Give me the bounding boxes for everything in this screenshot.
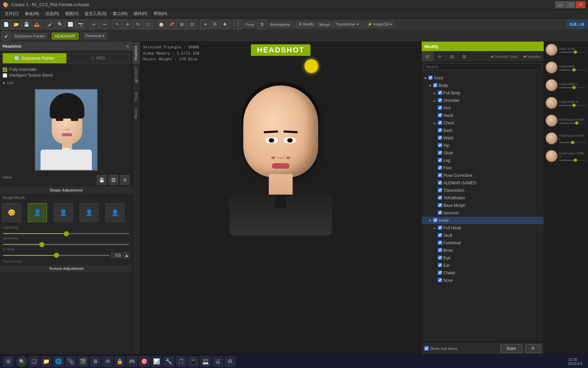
tb-save[interactable]: 💾 xyxy=(22,20,31,29)
taskbar-edge[interactable]: 🌐 xyxy=(53,356,64,367)
modify-tab-edit[interactable]: ✏ xyxy=(434,51,446,62)
tree-item-basemorph[interactable]: ▶ Base Morph xyxy=(422,202,544,209)
tb-light[interactable]: ✦ xyxy=(200,20,210,29)
headwidthr-handle[interactable] xyxy=(572,104,576,107)
tokomotion-arrow[interactable]: ▶ xyxy=(432,188,437,193)
fullhead-arrow[interactable]: ▶ xyxy=(432,226,437,230)
hip-arrow[interactable]: ▶ xyxy=(432,143,437,148)
tree-item-nose[interactable]: ▶ Nose xyxy=(422,277,544,284)
mode-auto-button[interactable]: 🔄 Substance Painter xyxy=(3,53,66,63)
tb-pose-label[interactable]: Pose xyxy=(243,21,257,28)
arm-arrow[interactable]: ▶ xyxy=(432,106,437,110)
taskbar-app1[interactable]: 📎 xyxy=(65,356,76,367)
ny-body-slider[interactable] xyxy=(3,255,110,256)
tb-export[interactable]: 📤 xyxy=(32,20,42,29)
headupperwidth-handle[interactable] xyxy=(575,121,578,125)
ny-body-value[interactable] xyxy=(111,253,122,258)
vtab-jijing[interactable]: 拾景 xyxy=(133,82,140,89)
tree-item-shoulder[interactable]: ▶ Shoulder xyxy=(422,97,544,104)
taskbar-app9[interactable]: 🔧 xyxy=(163,356,174,367)
taskbar-app10[interactable]: 🎵 xyxy=(176,356,186,367)
mode-pro-button[interactable]: ⬡ PRO xyxy=(66,53,130,63)
photo-gallery-button[interactable]: 🖼 xyxy=(109,175,118,185)
tb-tool2[interactable]: 🔍 xyxy=(55,20,65,29)
brow-check[interactable] xyxy=(438,248,443,253)
taskbar-taskview[interactable]: ❑ xyxy=(29,356,39,367)
actor-check[interactable] xyxy=(428,76,433,80)
taskbar-app13[interactable]: 🖨 xyxy=(212,356,223,367)
taskbar-start[interactable]: ⊞ xyxy=(3,356,14,367)
ear-check[interactable] xyxy=(438,263,443,268)
forehead-arrow[interactable]: ▶ xyxy=(432,241,437,245)
menu-window[interactable]: 窗口(W) xyxy=(110,10,130,18)
tb-star[interactable]: ✸ xyxy=(220,20,229,29)
tree-item-posecorrective[interactable]: ▶ Pose Corrective xyxy=(422,172,544,179)
tree-item-hand[interactable]: ▶ Hand xyxy=(422,112,544,119)
tb-tool3[interactable]: ⬜ xyxy=(66,20,75,29)
taskbar-app5[interactable]: 🔒 xyxy=(114,356,125,367)
modify-tab-settings[interactable]: ⚙ xyxy=(422,51,434,62)
tb-tool4[interactable]: 📷 xyxy=(76,20,85,29)
global-slider[interactable] xyxy=(3,233,130,234)
intelligent-blend-checkbox[interactable] xyxy=(3,73,7,78)
taskbar-app4[interactable]: ✉ xyxy=(102,356,113,367)
left-panel-close[interactable]: ✕ xyxy=(126,44,130,49)
waist-arrow[interactable]: ▶ xyxy=(432,136,437,140)
tb-rotate[interactable]: ↻ xyxy=(133,20,143,29)
alemargames-arrow[interactable]: ▶ xyxy=(432,181,437,185)
taskbar-app7[interactable]: 🎯 xyxy=(139,356,150,367)
tb-quality[interactable]: 髙 xyxy=(211,21,219,28)
brow-arrow[interactable]: ▶ xyxy=(432,248,437,253)
tree-item-tokomotion[interactable]: ▶ Tokomotion xyxy=(422,187,544,194)
tb-substancepainter[interactable]: 🖌 xyxy=(45,20,55,29)
basemorph-arrow[interactable]: ▶ xyxy=(432,203,437,208)
chest-arrow[interactable]: ▶ xyxy=(432,121,437,125)
fully-automatic-checkbox[interactable] xyxy=(3,67,7,72)
general-area-slider[interactable] xyxy=(3,244,130,245)
tb-select[interactable]: ↖ xyxy=(113,20,122,29)
tb-atmos-label[interactable]: Atmosphere xyxy=(267,21,292,28)
tree-item-glute[interactable]: ▶ Glute xyxy=(422,149,544,157)
tree-item-actor[interactable]: ▼ Actor xyxy=(422,74,544,82)
headupperwidthr-handle[interactable] xyxy=(574,158,577,162)
search-input[interactable] xyxy=(424,63,542,70)
back-check[interactable] xyxy=(438,128,443,133)
morph-thumb-2[interactable]: 👤 xyxy=(28,203,47,222)
taskbar-app11[interactable]: 📱 xyxy=(188,356,199,367)
skull-check[interactable] xyxy=(438,233,443,238)
morph-thumb-4[interactable]: 👤 xyxy=(80,203,99,222)
tree-item-body[interactable]: ▼ Body xyxy=(422,82,544,89)
show-sub-checkbox[interactable] xyxy=(424,346,429,351)
tb-transformer-label[interactable]: Transformer ▾ xyxy=(333,21,361,28)
actor-arrow[interactable]: ▼ xyxy=(423,76,428,80)
iasmovic-check[interactable] xyxy=(438,211,443,215)
tree-item-brow[interactable]: ▶ Brow xyxy=(422,247,544,254)
tree-item-fullhead[interactable]: ▶ Full Head xyxy=(422,224,544,232)
tree-item-eye[interactable]: ▶ Eye xyxy=(422,254,544,262)
menu-view[interactable]: 视图(V) xyxy=(62,10,81,18)
tb-cam2[interactable]: ⊞ xyxy=(177,20,186,29)
nose-arrow[interactable]: ▶ xyxy=(432,278,437,283)
tb2-photoreal[interactable]: Photoreal ▾ xyxy=(83,33,107,39)
tree-item-back[interactable]: ▶ Back xyxy=(422,127,544,134)
tb-modify-label[interactable]: ⚙ Modify xyxy=(296,21,316,28)
headscale-handle[interactable] xyxy=(574,50,577,54)
tb-home[interactable]: 🏠 xyxy=(157,20,166,29)
morph-thumb-5[interactable]: 👤 xyxy=(105,203,125,222)
alemargames-check[interactable] xyxy=(438,181,443,185)
taskbar-app2[interactable]: 🎬 xyxy=(78,356,88,367)
nose-check[interactable] xyxy=(438,278,443,283)
shoulder-arrow[interactable]: ▶ xyxy=(432,98,437,103)
tb-move[interactable]: ✛ xyxy=(123,20,132,29)
fullhead-check[interactable] xyxy=(438,226,443,230)
cheek-arrow[interactable]: ▶ xyxy=(432,271,437,275)
morph-thumb-3[interactable]: 👤 xyxy=(54,203,73,222)
morph-thumb-1[interactable]: 😊 xyxy=(2,203,21,222)
chest-check[interactable] xyxy=(438,121,443,125)
tokomotion2-arrow[interactable]: ▶ xyxy=(432,196,437,200)
tree-item-head-section[interactable]: ▼ Head xyxy=(422,217,544,224)
modify-tab-transform[interactable]: ⊞ xyxy=(446,51,458,62)
tb-redo[interactable]: ↪ xyxy=(99,20,109,29)
minimize-button[interactable]: — xyxy=(555,1,565,8)
menu-submit[interactable]: 提交工具(S) xyxy=(82,10,109,18)
